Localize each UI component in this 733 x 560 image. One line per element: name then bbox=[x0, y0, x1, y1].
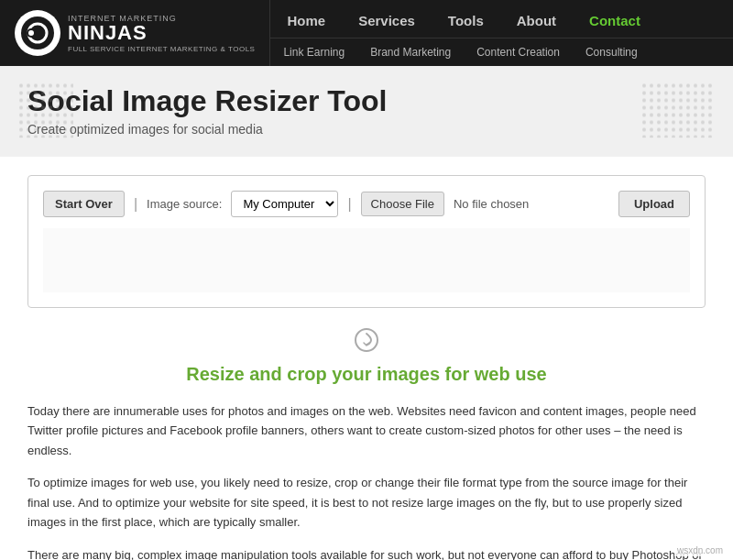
logo-main-text: NINJAS bbox=[68, 23, 255, 43]
description: Today there are innumerable uses for pho… bbox=[27, 401, 706, 560]
svg-rect-7 bbox=[641, 82, 715, 137]
top-navigation: INTERNET MARKETING NINJAS FULL SERVICE I… bbox=[0, 0, 733, 66]
nav-tools[interactable]: Tools bbox=[432, 9, 500, 32]
logo-text: INTERNET MARKETING NINJAS FULL SERVICE I… bbox=[68, 14, 255, 53]
description-p2: To optimize images for web use, you like… bbox=[27, 473, 706, 532]
no-file-text: No file chosen bbox=[454, 197, 529, 211]
svg-point-0 bbox=[21, 16, 54, 49]
header-banner: Social Image Resizer Tool Create optimiz… bbox=[0, 66, 733, 157]
main-nav: Home Services Tools About Contact bbox=[270, 0, 733, 38]
nav-services[interactable]: Services bbox=[342, 9, 432, 32]
nav-right: Home Services Tools About Contact Link E… bbox=[269, 0, 733, 66]
image-source-select[interactable]: My Computer bbox=[231, 191, 338, 217]
separator: | bbox=[134, 196, 137, 213]
subnav-consulting[interactable]: Consulting bbox=[573, 44, 651, 60]
tool-controls: Start Over | Image source: My Computer |… bbox=[43, 191, 690, 217]
image-source-label: Image source: bbox=[147, 197, 222, 211]
svg-point-8 bbox=[356, 329, 377, 351]
svg-rect-5 bbox=[18, 82, 73, 137]
choose-file-button[interactable]: Choose File bbox=[361, 192, 444, 216]
drop-area bbox=[43, 228, 690, 292]
dot-pattern-right bbox=[641, 82, 715, 140]
nav-about[interactable]: About bbox=[500, 9, 573, 32]
dot-pattern-left bbox=[18, 82, 73, 140]
upload-button[interactable]: Upload bbox=[618, 191, 690, 217]
description-p3: There are many big, complex image manipu… bbox=[27, 545, 706, 560]
start-over-button[interactable]: Start Over bbox=[43, 191, 125, 217]
subnav-link-earning[interactable]: Link Earning bbox=[270, 44, 357, 60]
subnav-content-creation[interactable]: Content Creation bbox=[464, 44, 573, 60]
subnav-brand-marketing[interactable]: Brand Marketing bbox=[357, 44, 464, 60]
logo-area: INTERNET MARKETING NINJAS FULL SERVICE I… bbox=[0, 3, 269, 63]
resize-section: Resize and crop your images for web use bbox=[27, 326, 706, 385]
tool-box: Start Over | Image source: My Computer |… bbox=[27, 175, 706, 308]
sub-nav: Link Earning Brand Marketing Content Cre… bbox=[270, 38, 733, 66]
nav-home[interactable]: Home bbox=[270, 9, 342, 32]
resize-icon bbox=[27, 326, 706, 360]
page-subtitle: Create optimized images for social media bbox=[27, 122, 706, 137]
svg-point-3 bbox=[28, 30, 34, 36]
page-title: Social Image Resizer Tool bbox=[27, 84, 706, 118]
separator2: | bbox=[347, 196, 351, 213]
nav-contact[interactable]: Contact bbox=[573, 9, 657, 32]
logo-icon bbox=[15, 10, 60, 56]
resize-title: Resize and crop your images for web use bbox=[27, 364, 706, 385]
description-p1: Today there are innumerable uses for pho… bbox=[27, 401, 706, 460]
main-content: Start Over | Image source: My Computer |… bbox=[0, 157, 733, 560]
logo-sub-text: FULL SERVICE INTERNET MARKETING & TOOLS bbox=[68, 45, 255, 53]
watermark: wsxdn.com bbox=[674, 544, 726, 556]
